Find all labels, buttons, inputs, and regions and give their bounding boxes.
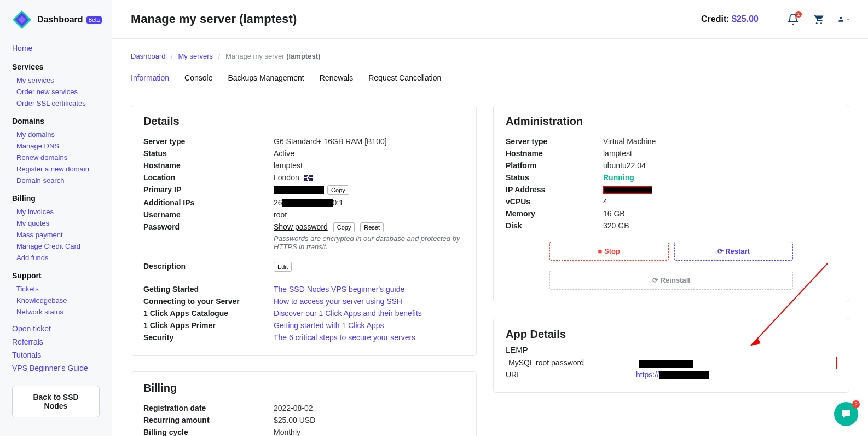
nav-knowledgebase[interactable]: Knowledgebase [12,295,100,306]
nav-my-domains[interactable]: My domains [12,129,100,140]
nav-domain-search[interactable]: Domain search [12,175,100,186]
ak-platform: Platform [506,161,603,170]
link-catalogue[interactable]: Discover our 1 Click Apps and their bene… [274,309,422,318]
uk-flag-icon [304,175,313,181]
nav-my-quotes[interactable]: My quotes [12,217,100,229]
redacted-addip [282,199,333,207]
beta-badge: Beta [86,16,102,24]
credit-display: Credit: $25.00 [701,14,759,24]
billing-card: Billing Registration date2022-08-02 Recu… [131,371,477,436]
tab-renewals[interactable]: Renewals [320,73,353,89]
av-platform: ubuntu22.04 [603,161,837,170]
mysql-row: MySQL root password [506,357,837,369]
nav-network-status[interactable]: Network status [12,306,100,318]
nav-tutorials[interactable]: Tutorials [12,348,100,362]
v-password: Show password Copy Reset Passwords are e… [274,222,464,251]
v-primary-ip: Copy [274,185,464,195]
k-getting-started: Getting Started [143,285,274,294]
nav-renew-domains[interactable]: Renew domains [12,152,100,163]
edit-desc-button[interactable]: Edit [274,262,292,272]
v-mysql-pw [639,358,693,367]
k-connect: Connecting to your Server [143,297,274,306]
nav-my-services[interactable]: My services [12,74,100,86]
tab-cancel[interactable]: Request Cancellation [368,73,441,89]
ak-server-type: Server type [506,137,603,146]
nav-head-services: Services [12,62,100,71]
cart-icon[interactable] [812,13,824,25]
ak-ip: IP Address [506,185,603,194]
chat-badge: 2 [852,400,860,408]
restart-icon: ⟳ [717,247,726,255]
svg-point-5 [840,17,842,19]
k-security: Security [143,333,274,342]
k-reg-date: Registration date [143,404,274,412]
redacted-mysql-pw [639,360,693,368]
v-username: root [274,210,464,219]
credit-label: Credit: [701,14,732,24]
brand-name: Dashboard [37,15,83,25]
nav-add-funds[interactable]: Add funds [12,252,100,263]
admin-card: Administration Server typeVirtual Machin… [493,105,849,302]
k-primer: 1 Click Apps Primer [143,321,274,330]
nav-head-support: Support [12,271,100,280]
nav-manage-dns[interactable]: Manage DNS [12,140,100,152]
av-ip [603,185,837,194]
v-url: https:// [636,370,709,379]
nav-referrals[interactable]: Referrals [12,335,100,348]
k-recurring: Recurring amount [143,416,274,424]
user-icon[interactable] [837,13,849,25]
nav-register-domain[interactable]: Register a new domain [12,163,100,175]
v-cycle: Monthly [274,428,464,436]
av-vcpus: 4 [603,197,837,206]
bc-myservers[interactable]: My servers [178,52,213,60]
stop-button[interactable]: ■ Stop [549,242,669,261]
nav-head-billing: Billing [12,194,100,203]
av-hostname: lamptest [603,149,837,158]
tab-console[interactable]: Console [184,73,212,89]
reinstall-button[interactable]: ⟳ Reinstall [549,271,793,290]
k-server-type: Server type [143,137,274,146]
link-ssh[interactable]: How to access your server using SSH [274,297,402,306]
show-password-link[interactable]: Show password [274,222,328,231]
bell-icon[interactable]: 1 [787,13,799,25]
nav-tickets[interactable]: Tickets [12,283,100,295]
nav-manage-cc[interactable]: Manage Credit Card [12,240,100,252]
tab-information[interactable]: Information [131,73,169,89]
ak-disk: Disk [506,221,603,230]
v-hostname: lamptest [274,161,464,170]
nav-order-services[interactable]: Order new services [12,86,100,97]
nav-my-invoices[interactable]: My invoices [12,206,100,217]
restart-button[interactable]: ⟳ Restart [674,242,794,261]
logo-icon [12,10,32,30]
link-primer[interactable]: Getting started with 1 Click Apps [274,321,384,330]
nav-vps-guide[interactable]: VPS Beginner's Guide [12,362,100,375]
topbar: Manage my server (lamptest) Credit: $25.… [112,0,868,39]
v-status: Active [274,149,464,158]
app-details-card: App Details LEMP MySQL root password URL… [493,318,849,393]
copy-ip-button[interactable]: Copy [327,185,349,195]
nav-mass-payment[interactable]: Mass payment [12,229,100,240]
link-beginners-guide[interactable]: The SSD Nodes VPS beginner's guide [274,285,404,294]
nav-home[interactable]: Home [12,42,100,55]
nav-open-ticket[interactable]: Open ticket [12,322,100,335]
link-security[interactable]: The 6 critical steps to secure your serv… [274,333,415,342]
v-reg-date: 2022-08-02 [274,404,464,412]
back-button[interactable]: Back to SSD Nodes [12,386,100,417]
chat-widget[interactable]: 2 [834,402,858,426]
k-url: URL [506,370,636,379]
k-password: Password [143,222,274,251]
copy-pw-button[interactable]: Copy [333,222,355,232]
app-title: App Details [506,328,837,341]
nav-order-ssl[interactable]: Order SSL certificates [12,97,100,109]
redacted-admin-ip [603,186,652,194]
k-mysql-pw: MySQL root password [508,358,639,367]
k-username: Username [143,210,274,219]
app-name: LEMP [506,345,837,354]
nav-head-domains: Domains [12,117,100,125]
bc-dashboard[interactable]: Dashboard [131,52,166,60]
reinstall-icon: ⟳ [652,276,661,284]
reset-pw-button[interactable]: Reset [360,222,384,232]
tab-backups[interactable]: Backups Management [228,73,304,89]
k-description: Description [143,262,274,272]
app-url-link[interactable]: https:// [636,370,659,379]
